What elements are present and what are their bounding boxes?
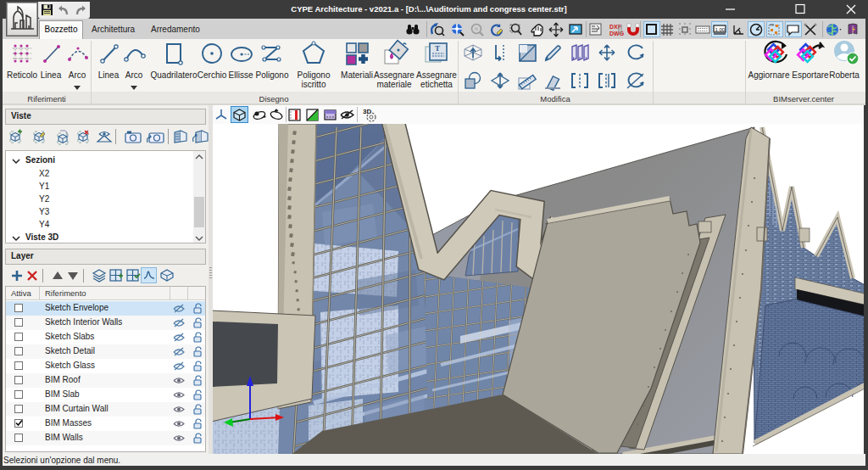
svg-text:T: T: [435, 44, 440, 53]
svg-text:1.00: 1.00: [715, 27, 726, 32]
svg-text:DXF: DXF: [609, 24, 622, 30]
svg-text:3D: 3D: [363, 108, 371, 115]
svg-text:DWG: DWG: [609, 31, 625, 36]
